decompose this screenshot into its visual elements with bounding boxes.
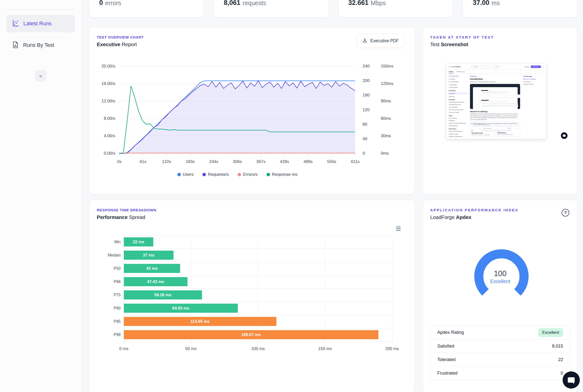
bar-category-label: Min <box>103 240 121 244</box>
mini-main-content: Get StartedIntroductionWelcome to the Lo… <box>469 74 522 138</box>
y-axis-tick-users: 160 <box>363 93 375 98</box>
mini-nav-item: Using AI for Scripts <box>449 112 469 113</box>
mini-skeleton <box>515 94 520 98</box>
x-axis-tick: 489s <box>300 159 317 164</box>
sidebar-item-latest-runs[interactable]: Latest Runs <box>6 15 75 32</box>
overview-title-rest: Report <box>120 42 137 47</box>
x-axis-tick: 150 ms <box>315 346 335 351</box>
x-tick-mark <box>392 342 392 344</box>
chat-bubble-icon <box>568 377 575 383</box>
x-axis-tick: 200 ms <box>382 346 402 351</box>
mini-window-sidebar <box>473 89 479 109</box>
mini-callout-text: Email help@loadforge.com to contact our … <box>473 123 519 126</box>
stat-card-ms: 37.00ms <box>463 0 577 18</box>
y-axis-tick-users: 40 <box>363 136 375 142</box>
bar-median: 37 ms <box>124 250 173 260</box>
x-axis-tick: 100 ms <box>248 346 268 351</box>
grid-hline <box>124 302 392 302</box>
bar-p90: 84.93 ms <box>124 304 238 313</box>
sidebar-collapse-button[interactable]: « <box>35 70 47 82</box>
y-axis-tick-ms: 0ms <box>381 151 396 156</box>
screenshot-eyebrow: TAKEN AT START OF TEST <box>430 35 494 39</box>
legend-item-requests-s[interactable]: Requests/s <box>202 172 229 177</box>
y-axis-tick-users: 120 <box>363 108 375 112</box>
mini-nav-label: Documentation <box>451 75 459 77</box>
overview-title: Executive Report <box>97 42 137 47</box>
mini-nav-section: Hosts <box>449 115 469 116</box>
legend-item-errors-s[interactable]: Errors/s <box>237 172 258 177</box>
performance-spread-card: RESPONSE TIME BREAKDOWN Performance Spre… <box>89 200 415 392</box>
x-axis-tick: 244s <box>205 159 222 164</box>
mini-window-topbar <box>473 87 518 89</box>
mini-header: LOADFORGE⌕ Search...Ctrl KSupportDashboa… <box>446 64 546 70</box>
legend-item-users[interactable]: Users <box>177 172 194 177</box>
legend-label: Users <box>183 172 194 177</box>
y-axis-tick-users: 0 <box>363 151 375 156</box>
chart-menu-icon[interactable] <box>395 226 402 232</box>
mini-nav-item: Quickstart <box>449 96 469 97</box>
report-file-icon <box>12 41 19 50</box>
x-axis-tick: 50 ms <box>181 346 201 351</box>
mini-nav-item: LoadForge Score <box>449 133 469 135</box>
mini-callout: Email help@loadforge.com to contact our … <box>470 122 520 127</box>
mini-subtitle: Welcome to the LoadForge documentation. <box>470 81 520 82</box>
stat-card-requests: 8,061requests <box>214 0 329 18</box>
mini-toc-item: Integration Options <box>523 84 546 85</box>
executive-pdf-button[interactable]: Executive PDF <box>357 34 405 48</box>
bar-value-label: 113.65 ms <box>190 319 210 324</box>
apdex-row-value: 0 <box>561 371 563 376</box>
x-tick-mark <box>191 342 191 344</box>
mini-card-title: Quick Start Guide <box>471 132 493 134</box>
x-axis-tick: 611s <box>347 159 364 164</box>
y-axis-tick-ms: 90ms <box>381 99 396 104</box>
x-axis-tick: 183s <box>182 159 199 164</box>
chevrons-left-icon: « <box>39 73 42 79</box>
mini-toc-item: Welcome to LoadForge <box>523 78 546 80</box>
sidebar-item-runs-by-test[interactable]: Runs By Test <box>6 36 75 54</box>
mini-nav-label: Book a demo <box>451 87 458 88</box>
apdex-title-rest: LoadForge <box>430 214 456 220</box>
x-axis-tick: 367s <box>252 159 269 164</box>
stat-unit: requests <box>242 0 266 7</box>
legend-dot <box>237 173 241 176</box>
bar-value-label: 22 ms <box>133 240 144 244</box>
mini-cards-row: ▸▸Quick Start GuideGet up and running wi… <box>470 128 520 136</box>
y-axis-tick-ms: 30ms <box>381 134 396 138</box>
breakdown-title-bold: Performance <box>97 214 128 220</box>
x-tick-mark <box>325 342 325 344</box>
y-axis-tick-ms: 120ms <box>381 81 396 86</box>
bar-value-label: 47.42 ms <box>147 279 164 284</box>
test-screenshot-thumbnail[interactable]: LOADFORGE⌕ Search...Ctrl KSupportDashboa… <box>446 64 546 139</box>
apdex-row-frustrated: Frustrated0 <box>430 366 570 380</box>
apdex-card: APPLICATION PERFORMANCE INDEX LoadForge … <box>423 200 577 392</box>
mini-toc-item: Core Features <box>523 81 546 82</box>
mini-nav-item: Simulating Real Users <box>449 104 469 105</box>
mini-skeleton <box>481 105 518 107</box>
mini-nav-link: Test Examples <box>449 81 469 82</box>
chat-launcher-button[interactable] <box>563 372 580 388</box>
legend-dot <box>202 173 206 176</box>
mini-skeleton <box>481 100 489 101</box>
mini-heading: Introduction <box>470 78 520 80</box>
mini-skeleton <box>481 94 491 98</box>
bar-min: 22 ms <box>124 237 153 246</box>
grid-hline <box>124 288 392 289</box>
x-axis-tick: 306s <box>229 159 246 164</box>
mini-nav-icon <box>449 81 450 82</box>
screenshot-title: Test Screenshot <box>430 42 468 47</box>
mini-nav-section: Essentials <box>449 99 469 100</box>
breakdown-title: Performance Spread <box>97 214 145 220</box>
bar-category-label: P99 <box>103 332 121 337</box>
grid-hline <box>124 236 392 236</box>
mini-nav-section: Get Started <box>449 90 469 91</box>
bar-category-label: P50 <box>103 266 121 271</box>
y-axis-tick-rate: 8.00/s <box>91 116 115 121</box>
help-icon[interactable]: ? <box>562 209 569 216</box>
bar-category-label: Median <box>103 253 121 258</box>
y-axis-tick-ms: 150ms <box>381 64 396 69</box>
mini-callout-icon <box>471 123 472 124</box>
apdex-row-value: 22 <box>558 357 563 362</box>
legend-item-response-ms[interactable]: Response ms <box>266 172 298 177</box>
stat-unit: ms <box>492 0 500 7</box>
mini-body: DocumentationWebsiteTest ExamplesChangel… <box>446 74 546 138</box>
